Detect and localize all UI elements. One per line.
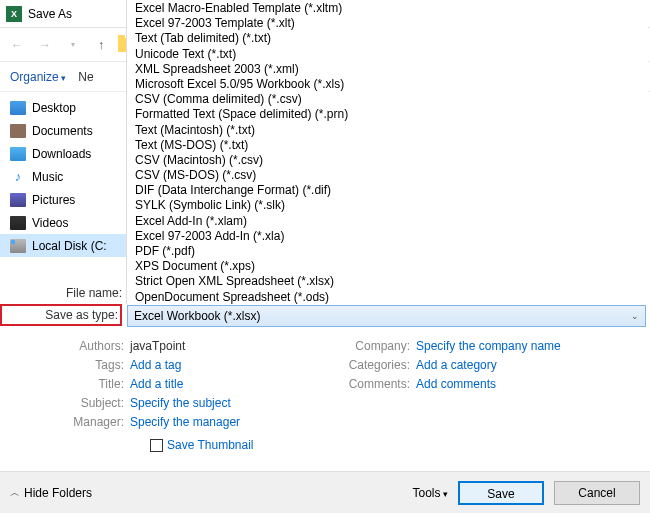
filetype-option[interactable]: XPS Document (*.xps): [131, 259, 644, 274]
sidebar-item-desktop[interactable]: Desktop: [10, 96, 126, 119]
subject-label: Subject:: [44, 396, 130, 410]
window-title: Save As: [28, 7, 72, 21]
save-button[interactable]: Save: [458, 481, 544, 505]
save-thumbnail-label: Save Thumbnail: [167, 438, 254, 452]
desktop-icon: [10, 101, 26, 115]
filetype-dropdown-list[interactable]: Excel Macro-Enabled Template (*.xltm) Ex…: [126, 0, 648, 304]
sidebar-item-pictures[interactable]: Pictures: [10, 188, 126, 211]
company-value[interactable]: Specify the company name: [416, 339, 561, 353]
organize-menu[interactable]: Organize: [10, 70, 66, 84]
sidebar-item-videos[interactable]: Videos: [10, 211, 126, 234]
filetype-option[interactable]: Formatted Text (Space delimited) (*.prn): [131, 107, 644, 122]
filetype-option[interactable]: Excel Macro-Enabled Template (*.xltm): [131, 1, 644, 16]
excel-icon: X: [6, 6, 22, 22]
filetype-option[interactable]: Unicode Text (*.txt): [131, 47, 644, 62]
filetype-option[interactable]: DIF (Data Interchange Format) (*.dif): [131, 183, 644, 198]
save-thumbnail-checkbox[interactable]: Save Thumbnail: [150, 438, 254, 452]
saveastype-dropdown[interactable]: Excel Workbook (*.xlsx) ⌄: [127, 305, 646, 327]
documents-icon: [10, 124, 26, 138]
filetype-option[interactable]: OpenDocument Spreadsheet (*.ods): [131, 290, 644, 304]
authors-value[interactable]: javaTpoint: [130, 339, 185, 353]
filetype-option[interactable]: Excel Add-In (*.xlam): [131, 214, 644, 229]
comments-label: Comments:: [330, 377, 416, 391]
up-button[interactable]: ↑: [90, 34, 112, 56]
categories-label: Categories:: [330, 358, 416, 372]
sidebar-item-label: Pictures: [32, 193, 75, 207]
filetype-option[interactable]: CSV (Comma delimited) (*.csv): [131, 92, 644, 107]
manager-label: Manager:: [44, 415, 130, 429]
sidebar-item-label: Documents: [32, 124, 93, 138]
filetype-option[interactable]: XML Spreadsheet 2003 (*.xml): [131, 62, 644, 77]
saveastype-label: Save as type:: [0, 304, 122, 326]
company-label: Company:: [330, 339, 416, 353]
tags-value[interactable]: Add a tag: [130, 358, 181, 372]
hide-folders-button[interactable]: ︿ Hide Folders: [10, 486, 92, 500]
footer: ︿ Hide Folders Tools Save Cancel: [0, 471, 650, 513]
manager-value[interactable]: Specify the manager: [130, 415, 240, 429]
sidebar-item-downloads[interactable]: Downloads: [10, 142, 126, 165]
tools-menu[interactable]: Tools: [412, 486, 448, 500]
sidebar-item-label: Downloads: [32, 147, 91, 161]
filename-label: File name:: [0, 282, 122, 304]
filetype-option[interactable]: CSV (MS-DOS) (*.csv): [131, 168, 644, 183]
sidebar-item-label: Videos: [32, 216, 68, 230]
downloads-icon: [10, 147, 26, 161]
filetype-option[interactable]: Text (Macintosh) (*.txt): [131, 123, 644, 138]
new-folder-button[interactable]: Ne: [78, 70, 93, 84]
filetype-option[interactable]: Excel 97-2003 Add-In (*.xla): [131, 229, 644, 244]
filetype-option[interactable]: Strict Open XML Spreadsheet (*.xlsx): [131, 274, 644, 289]
sidebar: Desktop Documents Downloads ♪Music Pictu…: [0, 92, 126, 261]
sidebar-item-documents[interactable]: Documents: [10, 119, 126, 142]
authors-label: Authors:: [44, 339, 130, 353]
saveastype-value: Excel Workbook (*.xlsx): [134, 309, 260, 323]
tags-label: Tags:: [44, 358, 130, 372]
videos-icon: [10, 216, 26, 230]
title-value[interactable]: Add a title: [130, 377, 183, 391]
filetype-option[interactable]: Text (MS-DOS) (*.txt): [131, 138, 644, 153]
subject-value[interactable]: Specify the subject: [130, 396, 231, 410]
disk-icon: [10, 239, 26, 253]
back-button[interactable]: ←: [6, 34, 28, 56]
forward-button[interactable]: →: [34, 34, 56, 56]
chevron-down-icon: ⌄: [631, 311, 639, 321]
title-label: Title:: [44, 377, 130, 391]
checkbox-icon: [150, 439, 163, 452]
filetype-option[interactable]: Text (Tab delimited) (*.txt): [131, 31, 644, 46]
sidebar-item-label: Desktop: [32, 101, 76, 115]
cancel-button[interactable]: Cancel: [554, 481, 640, 505]
filetype-option[interactable]: CSV (Macintosh) (*.csv): [131, 153, 644, 168]
chevron-up-icon: ︿: [10, 486, 20, 500]
filetype-option[interactable]: Excel 97-2003 Template (*.xlt): [131, 16, 644, 31]
filetype-option[interactable]: SYLK (Symbolic Link) (*.slk): [131, 198, 644, 213]
recent-button[interactable]: ▾: [62, 34, 84, 56]
sidebar-item-label: Local Disk (C:: [32, 239, 107, 253]
comments-value[interactable]: Add comments: [416, 377, 496, 391]
categories-value[interactable]: Add a category: [416, 358, 497, 372]
sidebar-item-local-disk[interactable]: Local Disk (C:: [0, 234, 126, 257]
filetype-option[interactable]: PDF (*.pdf): [131, 244, 644, 259]
filetype-option[interactable]: Microsoft Excel 5.0/95 Workbook (*.xls): [131, 77, 644, 92]
music-icon: ♪: [10, 170, 26, 184]
pictures-icon: [10, 193, 26, 207]
sidebar-item-music[interactable]: ♪Music: [10, 165, 126, 188]
hide-folders-label: Hide Folders: [24, 486, 92, 500]
sidebar-item-label: Music: [32, 170, 63, 184]
